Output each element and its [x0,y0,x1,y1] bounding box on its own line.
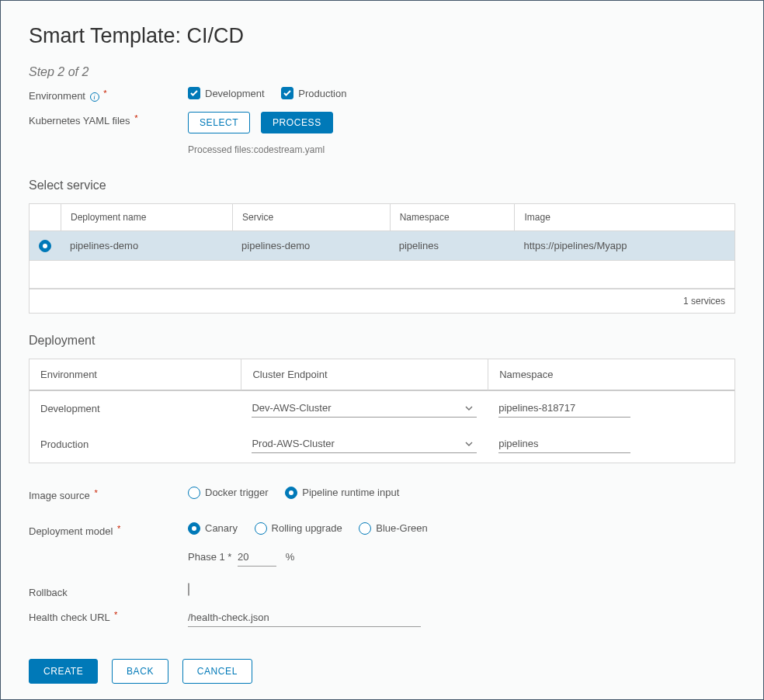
back-button[interactable]: Back [112,659,168,684]
service-namespace: pipelines [390,231,515,261]
env-development-checkbox[interactable]: Development [188,87,265,99]
phase-percent-input[interactable] [238,549,276,567]
cancel-button[interactable]: Cancel [182,659,252,684]
radio-icon [188,522,200,535]
environment-label: Environment i * [29,87,188,102]
image-source-option-label: Docker trigger [205,487,269,498]
service-row[interactable]: pipelines-demo pipelines-demo pipelines … [30,231,734,261]
info-icon[interactable]: i [90,92,99,102]
required-marker: * [134,113,137,123]
image-source-docker-trigger[interactable]: Docker trigger [188,487,269,499]
cluster-endpoint-select[interactable] [252,400,477,418]
service-service: pipelines-demo [232,231,390,261]
rollback-checkbox[interactable] [188,583,189,596]
image-source-option-label: Pipeline runtime input [302,487,399,498]
service-col-service: Service [232,204,390,231]
service-empty-row [30,261,734,289]
processed-prefix: Processed files: [188,144,254,155]
yaml-label-text: Kubernetes YAML files [29,115,130,126]
deployment-model-rolling[interactable]: Rolling upgrade [255,522,342,535]
select-service-heading: Select service [29,178,735,192]
required-marker: * [103,88,106,98]
cluster-endpoint-select[interactable] [252,436,477,453]
yaml-label: Kubernetes YAML files * [29,112,188,126]
service-table-footer: 1 services [29,289,735,314]
namespace-input[interactable] [498,436,630,453]
create-button[interactable]: Create [29,659,98,684]
step-indicator: Step 2 of 2 [29,65,735,79]
healthcheck-row: Health check URL * [29,608,735,627]
deployment-heading: Deployment [29,334,735,348]
dep-env: Production [30,427,241,463]
phase-label: Phase 1 [188,551,225,563]
deployment-model-canary[interactable]: Canary [188,522,238,535]
deployment-table: Environment Cluster Endpoint Namespace D… [29,359,735,463]
deployment-model-options: Canary Rolling upgrade Blue-Green Phase … [188,522,735,567]
smart-template-form: Smart Template: CI/CD Step 2 of 2 Enviro… [0,0,764,700]
environment-label-text: Environment [29,90,85,102]
page-title: Smart Template: CI/CD [29,24,735,48]
yaml-controls: Select Process Processed files:codestrea… [188,112,735,155]
radio-icon [359,522,371,535]
service-table: Deployment name Service Namespace Image … [29,203,735,289]
radio-icon [188,487,200,499]
radio-icon [255,522,267,535]
healthcheck-label: Health check URL * [29,608,188,623]
environment-row: Environment i * Development Production [29,87,735,106]
service-image: https://pipelines/Myapp [514,231,734,261]
healthcheck-label-text: Health check URL [29,612,109,623]
required-marker: * [117,524,120,533]
deployment-model-bluegreen[interactable]: Blue-Green [359,522,427,535]
environment-options: Development Production [188,87,735,99]
processed-file: codestream.yaml [254,144,325,155]
dep-col-env: Environment [30,359,241,391]
service-col-image: Image [514,204,734,231]
rollback-label: Rollback [29,584,188,598]
service-row-radio[interactable] [39,240,51,252]
deployment-row: Production [30,427,734,463]
image-source-options: Docker trigger Pipeline runtime input [188,487,735,501]
service-col-radio [30,204,61,231]
health-check-url-input[interactable] [188,610,421,627]
service-col-namespace: Namespace [390,204,515,231]
process-yaml-button[interactable]: Process [261,112,333,133]
env-prod-label: Production [298,88,346,99]
dep-col-cluster: Cluster Endpoint [241,359,488,391]
image-source-label-text: Image source [29,490,90,501]
image-source-pipeline-input[interactable]: Pipeline runtime input [285,487,399,499]
required-marker: * [114,610,117,619]
env-production-checkbox[interactable]: Production [281,87,346,99]
namespace-input[interactable] [498,400,630,418]
dep-env: Development [30,391,241,427]
required-marker: * [227,551,231,563]
env-dev-label: Development [205,88,265,99]
deployment-model-row: Deployment model * Canary Rolling upgrad… [29,522,735,567]
phase-row: Phase 1 * % [188,549,735,567]
phase-unit: % [286,551,295,563]
footer-actions: Create Back Cancel [29,659,252,684]
radio-icon [285,487,297,499]
deployment-model-option-label: Canary [205,522,238,534]
deployment-model-option-label: Blue-Green [376,522,427,534]
service-deployment-name: pipelines-demo [61,231,232,261]
image-source-label: Image source * [29,487,188,501]
yaml-row: Kubernetes YAML files * Select Process P… [29,112,735,155]
checkbox-icon [188,87,200,99]
image-source-row: Image source * Docker trigger Pipeline r… [29,487,735,505]
service-col-deployment: Deployment name [61,204,232,231]
deployment-model-label: Deployment model * [29,522,188,537]
dep-col-namespace: Namespace [488,359,734,391]
processed-files-text: Processed files:codestream.yaml [188,144,735,155]
deployment-model-label-text: Deployment model [29,525,113,537]
checkbox-icon [281,87,293,99]
deployment-model-option-label: Rolling upgrade [272,522,342,534]
select-yaml-button[interactable]: Select [188,112,250,133]
deployment-row: Development [30,391,734,427]
rollback-row: Rollback [29,584,735,602]
required-marker: * [94,488,97,497]
